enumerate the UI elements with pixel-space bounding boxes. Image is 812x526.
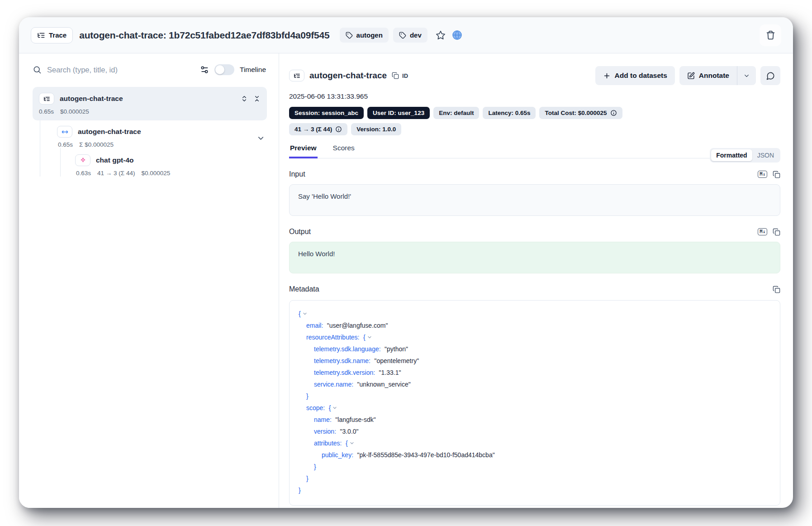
tag-chip-dev[interactable]: dev — [393, 28, 427, 43]
badge-label: Total Cost: $0.000025 — [545, 110, 607, 116]
tree-node-name: autogen-chat-trace — [60, 95, 123, 103]
json-line: } — [299, 461, 771, 473]
latency-badge: Latency: 0.65s — [483, 107, 536, 119]
json-key: telemetry.sdk.name: — [314, 357, 370, 364]
collapse-chevron-icon[interactable] — [332, 405, 337, 411]
output-content: Hello World! — [289, 242, 780, 273]
badge-label: 41 → 3 (Σ 44) — [294, 126, 332, 133]
json-key: email: — [306, 322, 323, 329]
star-icon — [436, 30, 446, 40]
chevron-down-icon — [743, 72, 750, 79]
tag-label: dev — [410, 31, 422, 39]
star-button[interactable] — [436, 30, 446, 40]
json-brace: { — [329, 404, 331, 411]
tag-chip-autogen[interactable]: autogen — [340, 28, 389, 43]
collapse-all-button[interactable] — [253, 95, 261, 102]
delete-trace-button[interactable] — [760, 24, 781, 46]
tag-label: autogen — [356, 31, 383, 39]
trace-detail-panel: autogen-chat-trace ID Add to datasets An… — [279, 53, 793, 508]
trace-tree-sidebar: Timeline autogen-chat-trace — [19, 53, 279, 508]
copy-icon — [392, 72, 399, 79]
copy-output-button[interactable] — [773, 228, 780, 236]
span-node-badge — [57, 126, 72, 138]
comments-button[interactable] — [760, 66, 780, 85]
json-brace: { — [363, 334, 366, 341]
list-tree-icon — [37, 31, 45, 39]
copy-id-button[interactable] — [392, 72, 399, 79]
expand-all-button[interactable] — [241, 95, 248, 102]
input-section-label: Input — [289, 170, 305, 178]
json-key: service.name: — [314, 381, 353, 388]
node-latency: 0.63s — [76, 170, 91, 177]
user-id-badge[interactable]: User ID: user_123 — [367, 107, 430, 119]
tree-settings-button[interactable] — [200, 65, 209, 74]
add-to-datasets-button[interactable]: Add to datasets — [595, 66, 675, 85]
tree-node-generation[interactable]: chat gpt-4o 0.63s 41 → 3 (Σ 44) $0.00002… — [75, 154, 267, 177]
badge-label: Session: session_abc — [294, 110, 358, 116]
collapse-node-chevron[interactable] — [256, 134, 265, 143]
trace-type-badge: Trace — [31, 27, 73, 43]
window-header: Trace autogen-chat-trace: 1b72c51fabed12… — [19, 17, 793, 53]
annotate-label: Annotate — [699, 72, 729, 80]
json-value: "opentelemetry" — [374, 357, 419, 364]
trace-node-badge — [289, 70, 304, 81]
markdown-toggle-icon[interactable]: M↓ — [758, 171, 767, 178]
tree-node-name: autogen-chat-trace — [78, 128, 141, 136]
collapse-chevron-icon[interactable] — [367, 335, 372, 340]
annotate-button[interactable]: Annotate — [679, 66, 737, 85]
badge-label: Version: 1.0.0 — [356, 126, 396, 133]
tab-scores[interactable]: Scores — [332, 144, 356, 158]
public-link-button[interactable] — [452, 30, 462, 40]
json-key: attributes: — [314, 440, 342, 447]
format-toggle-formatted[interactable]: Formatted — [711, 149, 752, 161]
format-toggle-json[interactable]: JSON — [752, 149, 779, 161]
copy-input-button[interactable] — [773, 171, 780, 178]
copy-icon — [773, 228, 780, 236]
json-line: telemetry.sdk.name: "opentelemetry" — [299, 355, 771, 367]
json-line: } — [299, 484, 771, 496]
trace-node-badge — [39, 93, 54, 105]
badge-label: Latency: 0.65s — [488, 110, 530, 116]
tab-preview[interactable]: Preview — [289, 144, 318, 158]
timeline-toggle[interactable] — [214, 64, 234, 75]
info-icon[interactable] — [335, 126, 342, 133]
copy-metadata-button[interactable] — [773, 286, 780, 293]
tree-node-root-trace[interactable]: autogen-chat-trace 0.65s $0.000025 — [33, 87, 267, 120]
session-badge[interactable]: Session: session_abc — [289, 107, 364, 119]
json-line: { — [299, 308, 771, 320]
json-line: name: "langfuse-sdk" — [299, 414, 771, 426]
tree-node-span[interactable]: autogen-chat-trace 0.65s Σ $0.000025 — [57, 126, 267, 177]
badge-row: 41 → 3 (Σ 44)Version: 1.0.0 — [289, 123, 780, 135]
metadata-section: Metadata {email: "user@langfuse.com"reso… — [289, 285, 780, 506]
json-line: public_key: "pk-lf-5855d85e-3943-497e-bd… — [299, 449, 771, 461]
add-to-datasets-label: Add to datasets — [615, 72, 667, 80]
json-brace: { — [299, 310, 301, 317]
badge-row: Session: session_abcUser ID: user_123Env… — [289, 107, 780, 119]
input-content: Say 'Hello World!' — [289, 184, 780, 216]
sliders-icon — [200, 65, 209, 74]
tag-icon — [346, 32, 353, 39]
token-usage-badge: 41 → 3 (Σ 44) — [289, 123, 347, 135]
json-line: } — [299, 473, 771, 484]
json-key: telemetry.sdk.language: — [314, 345, 381, 353]
env-badge: Env: default — [433, 107, 479, 119]
search-input[interactable] — [47, 66, 195, 74]
output-section: Output M↓ Hello World! — [289, 228, 780, 273]
node-cost: $0.000025 — [60, 108, 89, 115]
page-title: autogen-chat-trace — [309, 71, 387, 81]
list-tree-icon — [43, 96, 50, 102]
markdown-toggle-icon[interactable]: M↓ — [758, 228, 767, 235]
collapse-chevron-icon[interactable] — [302, 311, 308, 316]
tag-icon — [399, 32, 406, 39]
badge-label: User ID: user_123 — [373, 110, 424, 116]
node-tokens: 41 → 3 (Σ 44) — [97, 170, 135, 177]
node-latency: 0.65s — [58, 141, 73, 148]
annotate-split-button: Annotate — [679, 66, 756, 85]
trash-icon — [766, 30, 775, 40]
annotate-menu-button[interactable] — [737, 66, 756, 85]
json-value: "langfuse-sdk" — [335, 416, 375, 423]
chevrons-up-down-icon — [241, 95, 248, 102]
json-line: telemetry.sdk.language: "python" — [299, 343, 771, 355]
collapse-chevron-icon[interactable] — [349, 440, 355, 446]
info-icon[interactable] — [610, 110, 617, 116]
